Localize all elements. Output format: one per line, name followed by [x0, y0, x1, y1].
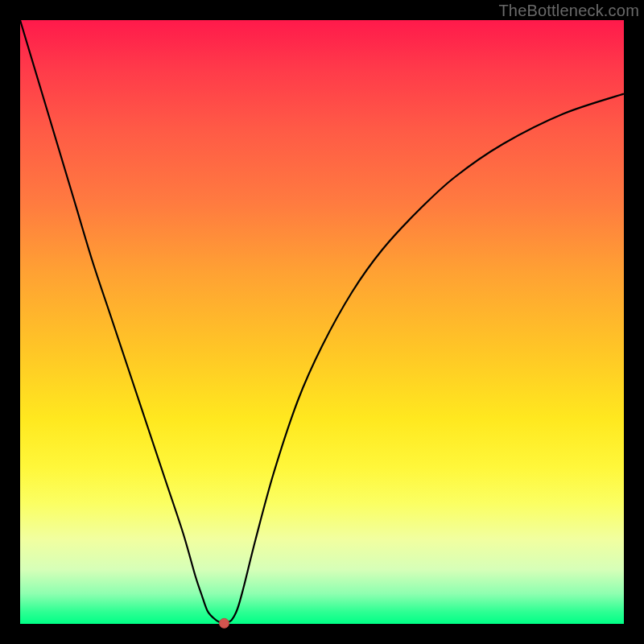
- watermark-label: TheBottleneck.com: [498, 2, 639, 20]
- minimum-point-dot: [220, 618, 229, 628]
- bottleneck-curve-path: [20, 20, 624, 623]
- plot-area: [20, 20, 624, 624]
- bottleneck-curve-svg: [20, 20, 624, 624]
- chart-container: TheBottleneck.com: [0, 0, 644, 644]
